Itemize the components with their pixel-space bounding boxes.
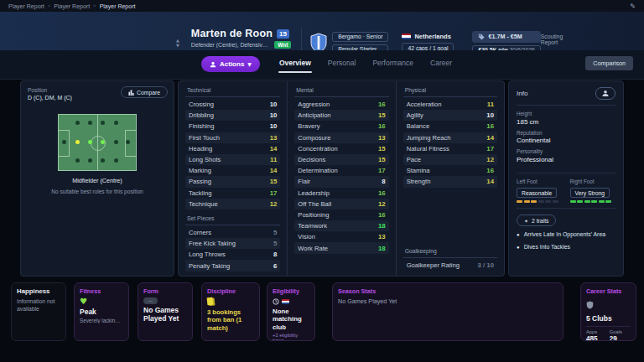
attribute-row: Composure13 [294,132,388,143]
tab-bar: Overview Personal Performance Career [278,55,453,73]
attribute-value: 14 [270,167,278,174]
attribute-row: Jumping Reach14 [403,132,497,143]
breadcrumb-item-current[interactable]: Player Report [100,3,136,9]
traits-button[interactable]: ✦ 2 traits [517,215,556,226]
goalkeeper-rating-label: Goalkeeper Rating [407,261,460,269]
comparison-button[interactable]: Comparison [585,56,633,70]
personality-value: Professional [517,156,615,163]
career-stats-card[interactable]: Career Stats 5 Clubs Apps 485 Goals 29 [580,282,636,341]
attribute-value: 10 [270,101,278,108]
attribute-label: Marking [189,167,211,174]
attribute-value: 14 [270,145,278,153]
compare-label: Compare [137,90,160,96]
reputation-label: Reputation [517,130,615,136]
breadcrumb-separator: > [93,3,96,8]
attribute-row: Off The Ball12 [294,199,388,209]
chevron-down-icon[interactable]: ▼ [176,44,179,48]
goalkeeper-rating-row: Goalkeeper Rating 3 / 10 [403,260,497,271]
attribute-label: Teamwork [298,222,327,230]
goals-value: 29 [610,335,622,341]
position-dot [114,121,118,125]
goalkeeping-header: Goalkeeping [403,247,497,258]
breadcrumb-item[interactable]: Player Report [8,3,44,9]
transfer-value: €1.7M - €5M [488,33,522,40]
club-name-chip[interactable]: Bergamo · Senior [332,32,388,42]
trait-text: Dives Into Tackles [524,244,570,251]
attribute-value: 16 [486,167,494,174]
squad-number-badge: 15 [277,29,289,39]
attribute-label: Corners [189,229,211,236]
tag-icon [478,34,485,40]
attribute-row: Balance16 [403,121,497,132]
footedness: Left Foot Reasonable Right Foot Very Str… [517,178,615,204]
position-dot [101,158,105,163]
attribute-label: Penalty Taking [189,262,230,270]
attributes-panel: Technical Crossing10 Dribbling10 Finishi… [178,80,505,277]
bullet-icon: ● [517,244,520,251]
attribute-value: 10 [270,111,278,119]
fitness-card[interactable]: Fitness ♥ Peak Severely lacking in … [74,282,129,341]
attribute-row: Acceleration11 [403,99,497,110]
left-foot: Left Foot Reasonable [517,178,558,204]
chevron-up-icon[interactable]: ▲ [176,39,179,43]
chevron-down-icon: ▼ [247,61,252,67]
discipline-card[interactable]: Discipline 3 bookings from ban (1 match) [201,282,260,341]
height-value: 185 cm [517,118,615,126]
eligibility-card[interactable]: Eligibility None matching club +2 eligib… [267,282,315,341]
eligibility-title: Eligibility [273,287,309,295]
tab-career[interactable]: Career [429,55,453,73]
transfer-value-chip: €1.7M - €5M [472,31,540,43]
netherlands-flag-icon [402,34,411,39]
career-apps: Apps 485 [586,329,598,341]
attribute-row: Corners5 [185,227,280,238]
attribute-value: 15 [378,156,386,163]
happiness-body: Information not available [17,297,60,313]
attribute-label: Vision [298,233,315,240]
attribute-row: Finishing10 [185,121,280,132]
info-panel: Info Height185 cm ReputationContinental … [508,80,624,277]
career-goals: Goals 29 [610,329,622,341]
attribute-value: 18 [378,222,386,230]
edit-pencil-icon[interactable]: ✎ [630,3,636,10]
traits-count-label: 2 traits [532,218,548,224]
attribute-label: Stamina [407,167,430,174]
attribute-value: 12 [378,200,386,208]
divider [517,173,615,173]
attribute-label: Decisions [298,156,325,163]
discipline-title: Discipline [207,287,254,295]
attribute-label: Work Rate [298,245,328,252]
left-foot-label: Left Foot [517,178,558,184]
tab-personal[interactable]: Personal [327,55,357,73]
attribute-label: Tackling [189,189,211,197]
season-stats-status: No Games Played Yet [338,297,558,305]
trait-item: ●Arrives Late In Opponents' Area [517,231,615,239]
personality-label: Personality [517,148,615,154]
attribute-label: Anticipation [298,111,330,119]
reputation-value: Continental [517,137,615,144]
breadcrumb-item[interactable]: Player Report [54,3,90,9]
position-dot [126,140,130,144]
attribute-row: Passing15 [185,176,280,187]
attribute-value: 10 [270,122,278,130]
actions-button[interactable]: Actions ▼ [201,56,260,72]
career-clubs: 5 Clubs [586,314,631,323]
tab-overview[interactable]: Overview [278,55,312,73]
season-stats-card[interactable]: Season Stats No Games Played Yet [332,282,564,341]
position-dot [88,121,92,125]
player-switcher-chevrons[interactable]: ▲▼ [176,39,179,48]
compare-button[interactable]: Compare [121,86,168,98]
scout-player-button[interactable] [595,87,615,100]
form-card[interactable]: Form — No Games Played Yet [138,282,193,341]
attribute-label: Determination [298,167,337,174]
position-dot [101,121,105,125]
mental-column: Mental Aggression16 Anticipation15 Brave… [287,81,395,276]
player-positions: Defender (Centre), Defensive Midfielder,… [191,42,270,48]
shield-icon [586,301,594,309]
attribute-row: Long Shots11 [185,154,280,165]
attribute-row: Crossing10 [185,99,280,110]
attribute-value: 17 [486,145,494,153]
compare-icon [128,90,134,96]
tab-performance[interactable]: Performance [371,55,414,73]
heart-icon: ♥ [80,297,123,306]
mental-header: Mental [294,86,388,97]
